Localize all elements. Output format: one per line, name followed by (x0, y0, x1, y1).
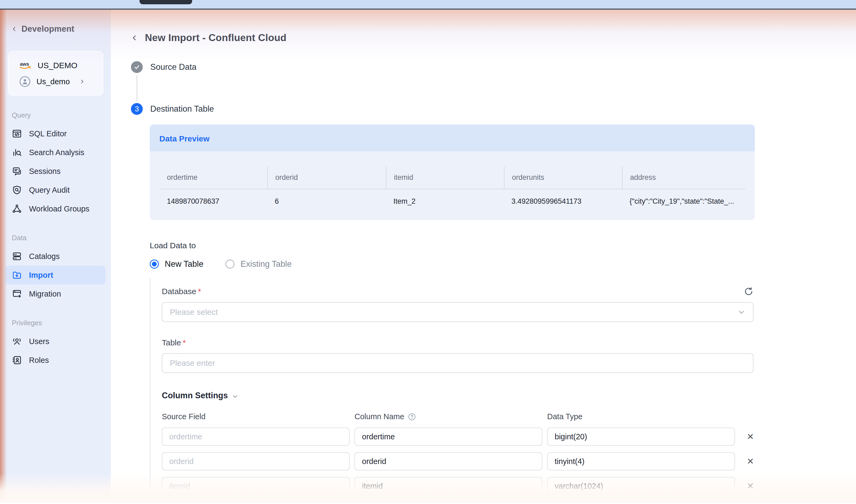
required-mark: * (198, 287, 201, 296)
table-name-input[interactable] (170, 359, 746, 368)
sidebar-item-label: Search Analysis (29, 148, 84, 157)
column-name-input[interactable] (362, 457, 535, 466)
preview-col-header: orderunits (504, 166, 622, 189)
sidebar-item-label: Catalogs (29, 252, 59, 261)
user-avatar-icon (19, 76, 31, 87)
column-settings-header: Column Settings (162, 391, 754, 400)
chevron-down-icon[interactable] (232, 393, 238, 399)
data-type-wrap (547, 502, 735, 503)
column-name-wrap (355, 502, 542, 503)
sidebar-item-label: Roles (29, 356, 49, 365)
sidebar-item-sessions[interactable]: Sessions (5, 162, 105, 181)
preview-col-header: ordertime (159, 166, 267, 189)
data-preview-header: Data Preview (150, 125, 755, 151)
sidebar-item-import[interactable]: Import (5, 266, 105, 285)
back-button[interactable] (131, 34, 138, 41)
preview-cell: 6 (267, 189, 386, 208)
column-name-input[interactable] (362, 432, 535, 441)
sidebar-item-workload-groups[interactable]: Workload Groups (5, 199, 105, 218)
remove-column-button[interactable]: ✕ (747, 482, 754, 490)
column-row-ordertime: ✕ (162, 428, 754, 446)
sidebar-item-label: Query Audit (29, 186, 70, 195)
source-field-wrap (162, 502, 350, 503)
search-analysis-icon (12, 147, 22, 158)
database-select[interactable]: Please select (162, 302, 753, 322)
preview-cell: 3.4928095996541173 (504, 189, 622, 208)
load-data-label: Load Data to (150, 241, 856, 250)
sidebar-item-roles[interactable]: Roles (5, 351, 105, 370)
workspace-user: Us_demo (36, 77, 70, 86)
data-preview-panel: Data Preview ordertime orderid itemid or… (150, 125, 755, 220)
workspace-card: aws US_DEMO Us_demo (8, 51, 103, 95)
column-settings-title: Column Settings (162, 391, 228, 400)
migration-icon (12, 289, 22, 299)
source-field-wrap (162, 452, 350, 470)
chevron-right-icon[interactable] (79, 79, 85, 84)
column-settings-column-headers: Source Field Column Name Data Type (162, 412, 754, 421)
radio-new-table[interactable]: New Table (150, 259, 203, 269)
data-type-input[interactable] (555, 432, 728, 441)
workspace-user-row[interactable]: Us_demo (19, 75, 95, 89)
workload-groups-icon (12, 204, 22, 214)
sidebar-item-sql-editor[interactable]: SQL Editor (5, 124, 105, 143)
data-preview-title: Data Preview (159, 134, 210, 143)
table-name-input-wrap (162, 353, 753, 373)
sidebar-item-query-audit[interactable]: Query Audit (5, 181, 105, 199)
aws-logo-icon: aws (19, 61, 32, 70)
data-type-input[interactable] (555, 482, 728, 490)
sidebar-item-catalogs[interactable]: Catalogs (5, 247, 105, 266)
source-field-header: Source Field (162, 412, 355, 421)
sidebar-section-data: Data Catalogs Import (5, 234, 105, 303)
radio-label: Existing Table (240, 259, 292, 269)
required-mark: * (183, 338, 186, 347)
remove-column-button[interactable]: ✕ (747, 457, 754, 466)
column-name-header: Column Name (355, 412, 404, 421)
sidebar-item-label: Users (29, 337, 49, 346)
remove-column-button[interactable]: ✕ (747, 432, 754, 441)
sidebar-item-search-analysis[interactable]: Search Analysis (5, 143, 105, 162)
new-table-form: Database* Please select (150, 278, 754, 503)
data-type-header: Data Type (547, 412, 740, 421)
preview-col-header: itemid (386, 166, 504, 189)
database-field-group: Database* Please select (162, 278, 754, 322)
radio-existing-table[interactable]: Existing Table (226, 259, 292, 269)
page-title: New Import - Confluent Cloud (145, 32, 287, 43)
wizard-steps: Source Data 3 Destination Table Data Pre… (131, 61, 856, 503)
radio-label: New Table (165, 259, 203, 269)
help-icon[interactable] (408, 413, 416, 421)
source-field-input[interactable] (169, 432, 342, 441)
source-field-input[interactable] (169, 482, 342, 490)
data-type-wrap (547, 428, 735, 446)
import-icon (12, 270, 22, 280)
data-type-wrap (547, 477, 735, 495)
roles-icon (12, 355, 22, 365)
table-mode-radios: New Table Existing Table (150, 259, 856, 269)
sidebar-item-users[interactable]: Users (5, 332, 105, 351)
sidebar: Development aws US_DEMO Us_demo (0, 10, 111, 503)
section-label: Privileges (5, 319, 105, 327)
database-placeholder: Please select (170, 308, 218, 317)
preview-col-header: address (622, 166, 745, 189)
section-label: Query (5, 111, 105, 120)
sidebar-back[interactable]: Development (5, 24, 105, 34)
sidebar-item-label: Migration (29, 290, 61, 299)
sidebar-section-query: Query SQL Editor Search Analysis (5, 111, 105, 218)
sql-editor-icon (12, 129, 22, 139)
data-type-input[interactable] (555, 457, 728, 466)
sidebar-title: Development (21, 24, 74, 34)
sidebar-item-label: Sessions (29, 167, 61, 176)
main-content: New Import - Confluent Cloud Source Data… (111, 10, 856, 503)
svg-text:aws: aws (20, 61, 29, 67)
column-name-input[interactable] (362, 482, 535, 490)
refresh-icon[interactable] (744, 287, 753, 296)
workspace-row[interactable]: aws US_DEMO (19, 58, 95, 72)
source-field-wrap (162, 477, 350, 495)
sidebar-item-migration[interactable]: Migration (5, 285, 105, 303)
sidebar-item-label: SQL Editor (29, 129, 67, 138)
source-field-input[interactable] (169, 457, 342, 466)
table-field-group: Table* (162, 322, 754, 373)
radio-selected-icon (150, 259, 159, 269)
section-label: Data (5, 234, 105, 242)
source-field-wrap (162, 428, 350, 446)
step-destination-table: 3 Destination Table (131, 103, 856, 115)
